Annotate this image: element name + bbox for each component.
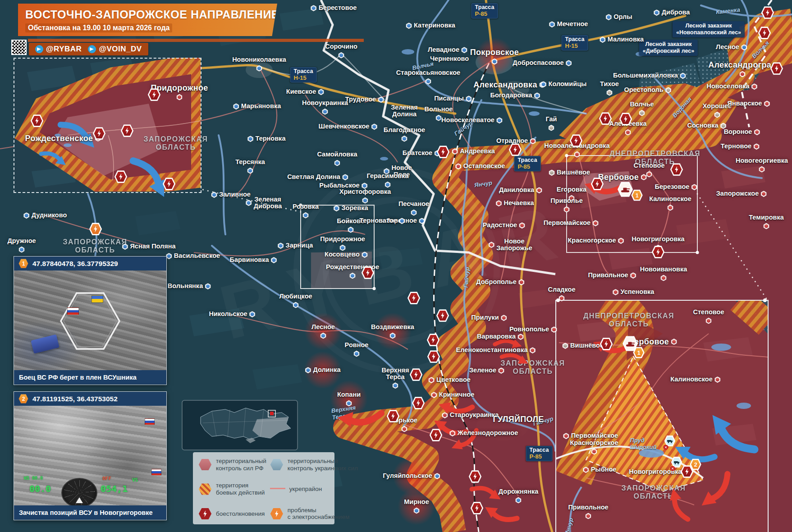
video-panel-2-coordinates: 47.81191525, 36.43753052 [32, 395, 118, 403]
town-label: Богодаровка [490, 92, 540, 99]
battle-clash-icon [426, 333, 440, 347]
town-marker [378, 96, 384, 103]
destroyed-marker: ✕ [664, 445, 668, 450]
page-title: ВОСТОЧНО-ЗАПОРОЖСКОЕ НАПРАВЛЕНИЕ [25, 8, 270, 21]
highway-badge: ТрассаР-85 [526, 446, 553, 461]
town-name: Герасимовка [366, 173, 408, 179]
battle-hex [437, 310, 448, 321]
town-marker [452, 148, 458, 155]
town-marker [691, 184, 697, 190]
video-panel-1-header: 1 47.87840478, 36.37795329 [14, 257, 166, 271]
town-marker [751, 83, 757, 90]
town-label: Светлая Долина [287, 174, 348, 180]
legend-swatch-lineuk [270, 488, 285, 491]
town-name: Зеленая Диброва [254, 196, 282, 210]
town-label: Новогеоргиевка [736, 157, 788, 172]
town-marker [585, 513, 591, 519]
town-marker [23, 212, 30, 219]
arrow-glyph [693, 469, 740, 514]
town-name: Благодатное [384, 127, 425, 133]
video-panel-1-coordinates: 47.87840478, 36.37795329 [32, 260, 118, 268]
legend-item: укрепрайон [270, 482, 358, 496]
forest-reserve-label: Лесной заказник «Новопавловский лес» [673, 21, 745, 37]
town-name: Дружное [7, 238, 36, 244]
town-name: Барвиновка [229, 257, 269, 263]
town-marker [549, 21, 555, 28]
town-name: Трудовое [345, 96, 376, 103]
town-name: Новое Запорожье [496, 238, 532, 252]
town-label: Придорожное [151, 84, 208, 101]
town-label: Гуляйпольское [383, 472, 440, 479]
town-marker [256, 65, 262, 72]
town-name: Малиновка [608, 36, 644, 43]
town-marker [278, 243, 284, 249]
river-label: Вороная [671, 96, 693, 119]
town-label: Братское [403, 150, 440, 156]
battle-hex [94, 128, 105, 139]
town-name: Варваровка [477, 333, 516, 340]
town-marker [333, 205, 339, 211]
town-marker [401, 136, 407, 142]
highway-badge-word: Трасса [294, 69, 313, 75]
town-marker [18, 247, 25, 253]
town-name: Вишнёвое [570, 342, 604, 349]
town-marker [529, 347, 536, 353]
town-label: Волчье [630, 101, 654, 116]
town-label: Воздвижевка [371, 324, 414, 339]
town-name: Первомайское [571, 432, 618, 439]
town-name: Песчаное [398, 201, 429, 207]
town-name: Успеновка [621, 289, 655, 295]
town-name: Лесное [311, 324, 335, 330]
lightning-icon [119, 174, 123, 180]
town-marker [401, 426, 407, 432]
battle-hex [682, 466, 692, 477]
town-marker [613, 289, 619, 295]
town-label: Еленоконстантиновка [456, 347, 536, 353]
tank-glyph [625, 340, 635, 347]
town-marker [680, 73, 686, 79]
legend-swatch-power [270, 508, 284, 520]
town-marker [488, 242, 494, 248]
town-label: Гай [545, 116, 557, 131]
town-label: Александроград [708, 61, 777, 78]
telegram-icon [88, 45, 96, 53]
town-label: Березовое [655, 183, 698, 190]
town-name: Зоревка [341, 205, 368, 211]
town-label: Терсянка [235, 159, 265, 174]
town-name: Криничное [439, 391, 474, 398]
town-marker [498, 367, 504, 374]
town-name: Терноватое [359, 217, 397, 224]
town-name: Запорожское [716, 190, 759, 197]
town-label: Первомайское [544, 220, 599, 226]
town-name: Новоселовка [707, 83, 750, 90]
town-label: Зеленое [469, 367, 504, 374]
highway-badge: ТрассаР-85 [514, 156, 541, 171]
town-label: Лесное [716, 44, 747, 50]
telegram-channel[interactable]: @VOIN_DV [88, 45, 142, 54]
town-marker [714, 112, 720, 118]
town-name: Гай [545, 116, 557, 123]
town-label: Малиновка [600, 36, 644, 43]
town-label: Зеленая Долина [391, 104, 418, 118]
telegram-channel[interactable]: @RYBAR [35, 45, 82, 54]
town-label: Калиновское [649, 196, 691, 211]
town-name: Верхняя Терса [382, 367, 409, 381]
town-label: Герасимовка [366, 173, 408, 188]
town-name: Васильевское [174, 252, 220, 259]
lightning-icon [774, 65, 779, 72]
town-label: Никольское [209, 311, 255, 317]
town-name: Придорожное [151, 84, 208, 92]
town-label: Радостное [483, 222, 525, 229]
town-label: Вишнёвое [562, 342, 604, 349]
town-name: Березовое [655, 183, 690, 190]
legend-label: проблемы с электроснабжением [288, 507, 349, 521]
battle-hex [759, 28, 770, 38]
town-label: Новоселовка [707, 83, 758, 90]
town-marker [431, 392, 437, 398]
legend-swatch-battle [198, 508, 212, 520]
town-label: Орлы [605, 14, 632, 20]
town-name: Гуляйпольское [383, 472, 432, 479]
page-subtitle: Обстановка на 19.00 10 марта 2026 года [25, 23, 172, 32]
town-label: Новоивановка [640, 266, 687, 281]
arrow-glyph [38, 144, 70, 172]
